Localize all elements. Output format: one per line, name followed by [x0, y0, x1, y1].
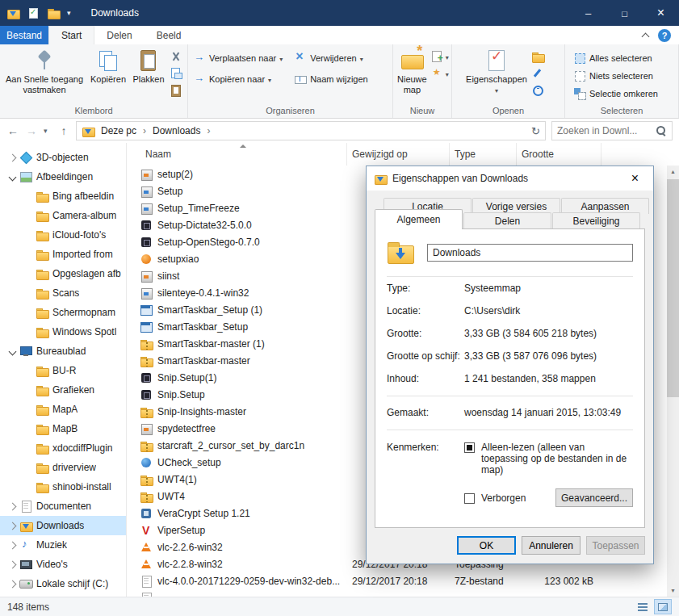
copy-path-icon[interactable]	[170, 67, 182, 80]
sidebar-item[interactable]: driverview	[0, 458, 126, 477]
expand-chevron-icon[interactable]	[9, 347, 17, 355]
sidebar-item[interactable]: Imported from	[0, 245, 126, 264]
file-list-scrollbar[interactable]	[667, 166, 679, 597]
history-icon[interactable]	[531, 84, 544, 97]
advanced-button[interactable]: Geavanceerd...	[555, 488, 633, 507]
open-icon[interactable]	[531, 50, 544, 63]
sidebar-item[interactable]: BU-R	[0, 361, 126, 380]
paste-shortcut-icon[interactable]	[170, 84, 182, 97]
maximize-button[interactable]	[606, 0, 643, 26]
breadcrumb-downloads[interactable]: Downloads	[149, 125, 203, 136]
column-header-grootte[interactable]: Grootte	[517, 143, 601, 166]
dialog-tab[interactable]: Beveiliging	[552, 212, 640, 228]
help-icon[interactable]	[658, 29, 671, 42]
easy-access-button[interactable]	[431, 67, 452, 80]
back-button[interactable]	[6, 124, 19, 137]
column-header-naam[interactable]: Naam	[127, 143, 347, 166]
hidden-checkbox[interactable]	[464, 493, 475, 504]
expand-chevron-icon[interactable]	[9, 522, 17, 530]
cancel-button[interactable]: Annuleren	[522, 536, 581, 555]
search-icon[interactable]	[656, 126, 667, 136]
refresh-icon[interactable]	[531, 125, 540, 137]
thumbnails-view-button[interactable]	[654, 599, 672, 614]
sidebar-item[interactable]: shinobi-install	[0, 477, 126, 497]
edit-icon[interactable]	[531, 67, 544, 80]
select-all-button[interactable]: Alles selecteren	[573, 51, 652, 65]
sidebar-item[interactable]: Afbeeldingen	[0, 167, 126, 186]
file-row[interactable]	[127, 589, 679, 597]
close-button[interactable]	[643, 0, 679, 26]
sidebar-item[interactable]: Bureaublad	[0, 342, 126, 361]
sidebar-item[interactable]: MapB	[0, 419, 126, 438]
qat-dropdown-icon[interactable]	[67, 9, 71, 17]
copy-to-button[interactable]: Kopiëren naar	[193, 72, 286, 86]
readonly-checkbox[interactable]	[464, 442, 475, 453]
expand-chevron-icon[interactable]	[9, 580, 17, 588]
sidebar-item[interactable]: Muziek	[0, 535, 126, 555]
apply-button[interactable]: Toepassen	[586, 536, 645, 555]
tab-bestand[interactable]: Bestand	[0, 26, 48, 44]
delete-button[interactable]: Verwijderen	[294, 51, 368, 65]
sidebar-item[interactable]: iCloud-foto's	[0, 225, 126, 245]
expand-chevron-icon[interactable]	[9, 153, 17, 161]
recent-locations-icon[interactable]	[44, 127, 52, 135]
search-box[interactable]	[551, 121, 673, 140]
forward-button[interactable]	[25, 124, 38, 137]
ribbon-tab[interactable]: Delen	[94, 26, 144, 44]
sidebar-item[interactable]: Scans	[0, 283, 126, 303]
sidebar-item[interactable]: xdocdiffPlugin	[0, 438, 126, 458]
breadcrumb-deze-pc[interactable]: Deze pc	[98, 125, 140, 136]
sidebar-item[interactable]: Documenten	[0, 497, 126, 516]
breadcrumb[interactable]: Deze pc Downloads	[76, 121, 546, 140]
ribbon-tab[interactable]: Beeld	[145, 26, 194, 44]
new-item-button[interactable]	[431, 50, 452, 63]
scroll-up-icon[interactable]	[667, 166, 679, 178]
collapse-ribbon-icon[interactable]	[642, 32, 650, 40]
scrollbar-thumb[interactable]	[667, 179, 679, 397]
folder-name-input[interactable]	[427, 244, 633, 262]
ribbon-tab[interactable]: Start	[48, 26, 94, 44]
sidebar-item[interactable]: 3D-objecten	[0, 148, 126, 167]
rename-button[interactable]: Naam wijzigen	[294, 72, 368, 86]
dialog-tab[interactable]: Vorige versies	[472, 198, 560, 214]
file-row[interactable]: vlc-4.0.0-20171229-0259-dev-win32-deb...…	[127, 572, 679, 589]
expand-chevron-icon[interactable]	[9, 560, 17, 568]
sidebar-item[interactable]: Grafieken	[0, 380, 126, 400]
column-header-gewijzigd-op[interactable]: Gewijzigd op	[347, 143, 450, 166]
dialog-tab[interactable]: Algemeen	[375, 209, 463, 229]
select-none-button[interactable]: Niets selecteren	[573, 69, 653, 82]
qat-new-folder-icon[interactable]	[47, 6, 60, 19]
sidebar-item[interactable]: Lokale schijf (C:)	[0, 574, 126, 593]
sidebar-item[interactable]: Camera-album	[0, 206, 126, 225]
search-input[interactable]	[557, 125, 652, 136]
invert-selection-button[interactable]: Selectie omkeren	[573, 86, 658, 100]
cut-icon[interactable]	[170, 50, 182, 63]
expand-chevron-icon[interactable]	[9, 173, 17, 181]
scroll-down-icon[interactable]	[667, 585, 679, 597]
dialog-close-button[interactable]	[617, 166, 653, 191]
breadcrumb-chevron-icon[interactable]	[143, 125, 146, 136]
move-to-button[interactable]: Verplaatsen naar	[193, 51, 286, 65]
column-header-type[interactable]: Type	[450, 143, 517, 166]
pin-to-quick-access-button[interactable]: Aan Snelle toegang vastmaken	[2, 46, 87, 97]
properties-button[interactable]: Eigenschappen	[463, 46, 530, 98]
paste-button[interactable]: Plakken	[129, 46, 168, 86]
expand-chevron-icon[interactable]	[9, 502, 17, 510]
sidebar-item[interactable]: Opgeslagen afb	[0, 264, 126, 283]
expand-chevron-icon[interactable]	[9, 541, 17, 549]
sidebar-item[interactable]: MapA	[0, 400, 126, 419]
sidebar-item[interactable]: Windows Spotl	[0, 322, 126, 342]
sidebar-item[interactable]: Video's	[0, 555, 126, 574]
dialog-tab[interactable]: Delen	[463, 212, 551, 228]
new-folder-button[interactable]: Nieuwe map	[395, 46, 430, 97]
details-view-button[interactable]	[634, 599, 652, 614]
copy-button[interactable]: Kopiëren	[87, 46, 129, 86]
dialog-tab[interactable]: Aanpassen	[561, 198, 649, 214]
breadcrumb-chevron-icon[interactable]	[207, 125, 210, 136]
sidebar-item[interactable]: Schermopnam	[0, 303, 126, 322]
sidebar-item[interactable]: Downloads	[0, 516, 126, 535]
sidebar-item[interactable]: Bing afbeeldin	[0, 186, 126, 206]
minimize-button[interactable]	[570, 0, 606, 26]
qat-properties-icon[interactable]	[27, 6, 40, 19]
up-button[interactable]	[57, 124, 70, 137]
